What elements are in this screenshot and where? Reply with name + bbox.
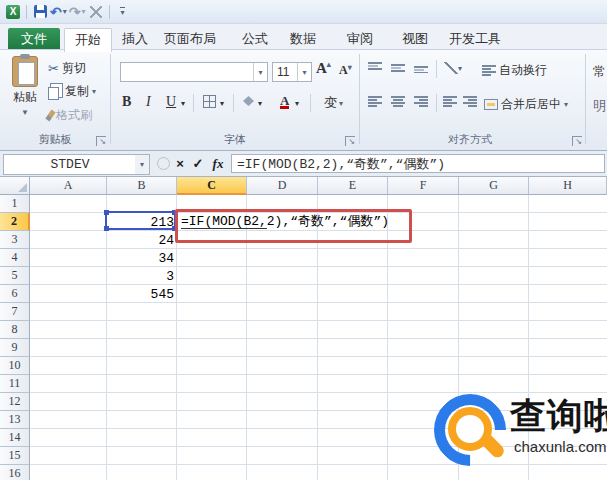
- tab-data[interactable]: 数据: [283, 28, 323, 49]
- row-header-9[interactable]: 9: [0, 339, 30, 357]
- increase-indent-button[interactable]: [463, 96, 477, 107]
- row-header-2[interactable]: 2: [0, 213, 30, 231]
- shrink-font-button[interactable]: A▾: [339, 63, 352, 78]
- phonetic-button[interactable]: 变▾: [324, 94, 343, 112]
- cancel-button[interactable]: ×: [172, 154, 188, 173]
- font-dialog-launcher-icon[interactable]: ↘: [345, 136, 355, 146]
- select-all-corner[interactable]: [0, 177, 30, 195]
- align-left-button[interactable]: [368, 96, 382, 107]
- column-header-E[interactable]: E: [318, 177, 388, 195]
- align-right-button[interactable]: [414, 96, 428, 107]
- font-color-dropdown-icon[interactable]: ▾: [295, 99, 299, 108]
- orientation-button[interactable]: ▾: [444, 62, 462, 74]
- cell-B6[interactable]: 545: [108, 286, 174, 303]
- font-color-button[interactable]: A: [280, 95, 289, 109]
- merge-center-dropdown-icon: ▾: [564, 100, 568, 109]
- underline-button[interactable]: U: [166, 94, 176, 110]
- row-header-3[interactable]: 3: [0, 231, 30, 249]
- column-header-H[interactable]: H: [529, 177, 607, 195]
- enter-button[interactable]: ✓: [190, 154, 206, 173]
- bold-button[interactable]: B: [122, 94, 131, 110]
- font-size-combo[interactable]: 11 ▾: [272, 62, 312, 82]
- italic-button[interactable]: I: [146, 94, 151, 110]
- tab-insert[interactable]: 插入: [116, 28, 154, 49]
- decrease-indent-button[interactable]: [443, 96, 457, 107]
- column-header-G[interactable]: G: [459, 177, 529, 195]
- name-box[interactable]: STDEV: [3, 154, 137, 175]
- group-divider: [585, 54, 586, 144]
- wrap-text-label: 自动换行: [499, 62, 547, 79]
- paste-button[interactable]: 粘贴 ▼: [6, 56, 44, 117]
- merge-center-button[interactable]: 合并后居中 ▾: [484, 96, 568, 113]
- tab-page-layout[interactable]: 页面布局: [160, 28, 220, 49]
- redo-button[interactable]: ↷▾: [69, 3, 86, 21]
- row-header-8[interactable]: 8: [0, 321, 30, 339]
- borders-icon: [203, 95, 216, 108]
- tab-view[interactable]: 视图: [396, 28, 434, 49]
- undo-icon: ↶: [50, 5, 62, 19]
- name-box-dropdown-icon[interactable]: ▾: [135, 154, 150, 175]
- underline-dropdown-icon[interactable]: ▾: [181, 99, 185, 108]
- row-header-13[interactable]: 13: [0, 411, 30, 429]
- column-header-C[interactable]: C: [177, 177, 247, 195]
- clipboard-dialog-launcher-icon[interactable]: ↘: [96, 136, 106, 146]
- cell-B4[interactable]: 34: [108, 250, 174, 267]
- insert-function-button[interactable]: fx: [208, 154, 228, 173]
- grow-font-button[interactable]: A▴: [316, 60, 331, 77]
- copy-button[interactable]: 复制 ▾: [48, 83, 96, 100]
- accounting-format-button[interactable]: 明: [593, 97, 606, 115]
- font-name-combo[interactable]: ▾: [120, 62, 268, 82]
- column-header-D[interactable]: D: [247, 177, 318, 195]
- borders-button[interactable]: [203, 95, 216, 108]
- fill-color-button[interactable]: [243, 96, 254, 106]
- tab-file[interactable]: 文件: [8, 28, 60, 49]
- row-header-14[interactable]: 14: [0, 429, 30, 447]
- selection-handle[interactable]: [104, 226, 109, 231]
- fill-color-dropdown-icon[interactable]: ▾: [258, 99, 262, 108]
- orientation-icon: [444, 62, 458, 74]
- cut-button[interactable]: ✂ 剪切: [48, 60, 86, 77]
- alignment-dialog-launcher-icon[interactable]: ↘: [572, 136, 582, 146]
- top-align-button[interactable]: [368, 62, 382, 73]
- borders-dropdown-icon[interactable]: ▾: [220, 99, 224, 108]
- bottom-align-button[interactable]: [414, 62, 428, 73]
- align-center-button[interactable]: [391, 96, 405, 107]
- number-format-combo[interactable]: 常: [593, 63, 606, 81]
- selection-handle[interactable]: [104, 210, 109, 215]
- wrap-text-button[interactable]: 自动换行: [482, 62, 547, 79]
- copy-icon: [48, 87, 59, 100]
- row-header-7[interactable]: 7: [0, 303, 30, 321]
- qat-customize-button[interactable]: ▾: [115, 3, 131, 21]
- save-button[interactable]: [32, 3, 48, 21]
- cell-B2-reference-border[interactable]: [105, 211, 176, 230]
- format-painter-button[interactable]: 格式刷: [48, 107, 92, 124]
- tab-developer[interactable]: 开发工具: [442, 28, 508, 49]
- row-header-6[interactable]: 6: [0, 285, 30, 303]
- row-header-4[interactable]: 4: [0, 249, 30, 267]
- row-header-5[interactable]: 5: [0, 267, 30, 285]
- row-header-15[interactable]: 15: [0, 447, 30, 465]
- cell-B5[interactable]: 3: [108, 268, 174, 285]
- row-header-12[interactable]: 12: [0, 393, 30, 411]
- undo-button[interactable]: ↶▾: [50, 3, 67, 21]
- tab-formulas[interactable]: 公式: [236, 28, 274, 49]
- row-header-10[interactable]: 10: [0, 357, 30, 375]
- cell-B3[interactable]: 24: [108, 232, 174, 249]
- tab-review[interactable]: 审阅: [340, 28, 380, 49]
- watermark-title: 查询啦: [510, 392, 607, 441]
- group-divider: [359, 54, 360, 144]
- tools-button[interactable]: [88, 3, 104, 21]
- column-header-A[interactable]: A: [30, 177, 107, 195]
- row-header-11[interactable]: 11: [0, 375, 30, 393]
- align-left-icon: [368, 96, 382, 107]
- excel-logo-icon[interactable]: X: [5, 3, 21, 21]
- column-header-B[interactable]: B: [107, 177, 177, 195]
- row-header-16[interactable]: 16: [0, 465, 30, 480]
- row-header-1[interactable]: 1: [0, 195, 30, 213]
- column-header-F[interactable]: F: [388, 177, 459, 195]
- formula-input[interactable]: =IF(MOD(B2,2),“奇数”,“偶数”): [231, 154, 605, 173]
- wrap-text-icon: [482, 65, 496, 76]
- middle-align-button[interactable]: [391, 62, 405, 73]
- tab-home[interactable]: 开始: [64, 28, 112, 52]
- align-center-icon: [391, 96, 405, 107]
